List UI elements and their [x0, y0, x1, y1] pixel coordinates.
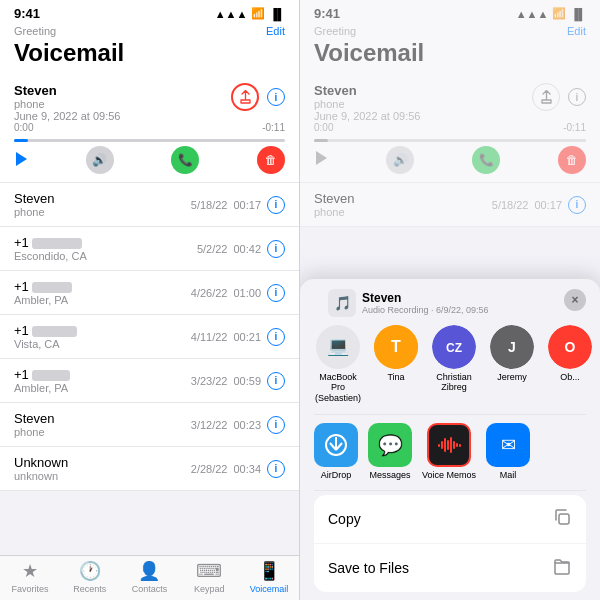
right-vm-header: Greeting Edit Voicemail	[300, 23, 600, 75]
info-button[interactable]: i	[267, 328, 285, 346]
active-vm-info: Steven phone June 9, 2022 at 09:56	[14, 83, 120, 122]
save-to-files-icon	[552, 556, 572, 580]
voicemail-icon: 📱	[258, 560, 280, 582]
christian-label: ChristianZibreg	[436, 372, 472, 394]
svg-rect-20	[456, 443, 458, 447]
share-close-button[interactable]: ×	[564, 289, 586, 311]
left-status-icons: ▲▲▲ 📶 ▐▌	[215, 7, 285, 20]
battery-icon: ▐▌	[269, 8, 285, 20]
section-divider-2	[314, 490, 586, 491]
share-contact-ob[interactable]: O Ob...	[546, 325, 594, 404]
voice-memos-icon	[427, 423, 471, 467]
list-item[interactable]: +1 Ambler, PA 4/26/22 01:00 i	[0, 271, 299, 315]
right-list-item: Steven phone 5/18/22 00:17 i	[300, 183, 600, 227]
info-button[interactable]: i	[267, 460, 285, 478]
info-button[interactable]: i	[267, 372, 285, 390]
play-button[interactable]	[14, 151, 28, 170]
macbook-avatar: 💻	[316, 325, 360, 369]
share-button[interactable]	[231, 83, 259, 111]
svg-rect-22	[559, 514, 569, 524]
share-apps-row: AirDrop 💬 Messages	[300, 415, 600, 490]
tab-recents[interactable]: 🕐 Recents	[60, 560, 120, 594]
airdrop-label: AirDrop	[321, 470, 352, 480]
elapsed-time: 0:00	[14, 122, 33, 133]
call-button[interactable]: 📞	[171, 146, 199, 174]
copy-action[interactable]: Copy	[314, 495, 586, 544]
copy-label: Copy	[328, 511, 361, 527]
list-item[interactable]: Steven phone 3/12/22 00:23 i	[0, 403, 299, 447]
share-contacts-row: 💻 MacBook Pro(Sebastien) T Tina CZ Chris…	[300, 317, 600, 414]
tab-favorites[interactable]: ★ Favorites	[0, 560, 60, 594]
tab-keypad[interactable]: ⌨ Keypad	[179, 560, 239, 594]
speaker-icon: 🔊	[386, 146, 414, 174]
copy-icon	[552, 507, 572, 531]
share-app-voicememos[interactable]: Voice Memos	[422, 423, 476, 480]
voicemail-label: Voicemail	[250, 584, 289, 594]
svg-rect-15	[441, 441, 443, 449]
svg-text:CZ: CZ	[446, 341, 462, 355]
share-sheet-handle: 🎵 Steven Audio Recording · 6/9/22, 09:56…	[300, 279, 600, 317]
list-item[interactable]: Unknown unknown 2/28/22 00:34 i	[0, 447, 299, 491]
share-contact-jeremy[interactable]: J Jeremy	[488, 325, 536, 404]
svg-text:O: O	[565, 339, 576, 355]
play-icon	[314, 150, 328, 170]
progress-fill	[14, 139, 28, 142]
signal-icon: ▲▲▲	[215, 8, 248, 20]
jeremy-avatar: J	[490, 325, 534, 369]
airdrop-icon	[314, 423, 358, 467]
info-button[interactable]: i	[267, 196, 285, 214]
active-voicemail-item: Steven phone June 9, 2022 at 09:56 i 0:0…	[0, 75, 299, 183]
info-button[interactable]: i	[267, 284, 285, 302]
svg-rect-21	[459, 444, 461, 447]
mail-label: Mail	[500, 470, 517, 480]
contacts-label: Contacts	[132, 584, 168, 594]
left-phone-panel: 9:41 ▲▲▲ 📶 ▐▌ Greeting Edit Voicemail St…	[0, 0, 300, 600]
recents-label: Recents	[73, 584, 106, 594]
ob-avatar: O	[548, 325, 592, 369]
wifi-icon: 📶	[552, 7, 566, 20]
share-app-airdrop[interactable]: AirDrop	[314, 423, 358, 480]
edit-button[interactable]: Edit	[266, 25, 285, 37]
ob-label: Ob...	[560, 372, 580, 383]
svg-marker-1	[316, 151, 327, 165]
tab-voicemail[interactable]: 📱 Voicemail	[239, 560, 299, 594]
left-vm-nav: Greeting Edit	[14, 25, 285, 37]
list-item[interactable]: Steven phone 5/18/22 00:17 i	[0, 183, 299, 227]
active-vm-date: June 9, 2022 at 09:56	[14, 110, 120, 122]
right-status-bar: 9:41 ▲▲▲ 📶 ▐▌	[300, 0, 600, 23]
vm-time-row: 0:00 -0:11	[14, 122, 285, 133]
svg-rect-14	[438, 444, 440, 447]
svg-rect-19	[453, 441, 455, 449]
share-app-mail[interactable]: ✉ Mail	[486, 423, 530, 480]
active-vm-name: Steven	[14, 83, 120, 98]
favorites-icon: ★	[22, 560, 38, 582]
active-vm-actions: i	[231, 83, 285, 111]
active-vm-header-row: Steven phone June 9, 2022 at 09:56 i	[14, 83, 285, 122]
messages-label: Messages	[369, 470, 410, 480]
delete-button[interactable]: 🗑	[257, 146, 285, 174]
progress-track[interactable]	[14, 139, 285, 142]
save-to-files-action[interactable]: Save to Files	[314, 544, 586, 592]
share-contact-christian[interactable]: CZ ChristianZibreg	[430, 325, 478, 404]
list-item[interactable]: +1 Ambler, PA 3/23/22 00:59 i	[0, 359, 299, 403]
wifi-icon: 📶	[251, 7, 265, 20]
right-status-time: 9:41	[314, 6, 340, 21]
signal-icon: ▲▲▲	[516, 8, 549, 20]
speaker-button[interactable]: 🔊	[86, 146, 114, 174]
list-item[interactable]: +1 Vista, CA 4/11/22 00:21 i	[0, 315, 299, 359]
info-button[interactable]: i	[267, 416, 285, 434]
info-button[interactable]: i	[267, 88, 285, 106]
macbook-label: MacBook Pro(Sebastien)	[314, 372, 362, 404]
info-button[interactable]: i	[267, 240, 285, 258]
share-sheet-title: Steven	[362, 291, 489, 305]
svg-rect-16	[444, 438, 446, 452]
share-contact-tina[interactable]: T Tina	[372, 325, 420, 404]
greeting-label: Greeting	[14, 25, 56, 37]
tab-contacts[interactable]: 👤 Contacts	[120, 560, 180, 594]
share-app-messages[interactable]: 💬 Messages	[368, 423, 412, 480]
contacts-icon: 👤	[138, 560, 160, 582]
share-contact-macbook[interactable]: 💻 MacBook Pro(Sebastien)	[314, 325, 362, 404]
svg-rect-17	[447, 440, 449, 450]
tina-avatar: T	[374, 325, 418, 369]
list-item[interactable]: +1 Escondido, CA 5/2/22 00:42 i	[0, 227, 299, 271]
